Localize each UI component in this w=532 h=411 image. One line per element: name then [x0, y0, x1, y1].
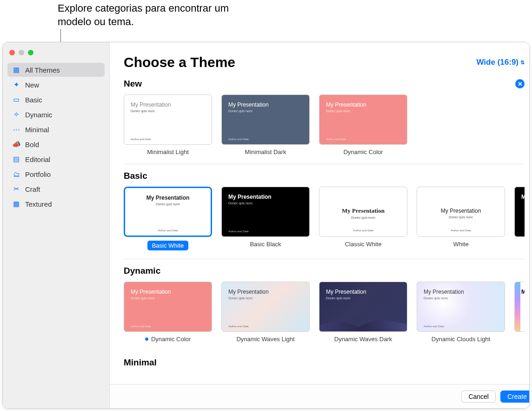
theme-thumbnail: My PresentationDonec quis nunc Author an…: [417, 187, 505, 237]
dynamic-icon: ✧: [12, 110, 20, 119]
sidebar-item-label: Basic: [25, 96, 42, 104]
minimize-window-icon[interactable]: [19, 50, 24, 55]
theme-thumbnail: My PresentationDonec quis nunc Author an…: [124, 282, 212, 332]
main-panel: Choose a Theme Wide (16:9) ⇅ New ✕ My Pr…: [110, 42, 530, 408]
sidebar-item-label: Editorial: [25, 155, 50, 163]
chevron-updown-icon: ⇅: [520, 60, 525, 66]
bold-icon: 📣: [12, 140, 20, 148]
all-themes-icon: ▦: [12, 66, 20, 74]
theme-label-selected: Basic White: [147, 241, 189, 250]
theme-thumbnail: My PresentationDonec quis nunc Author an…: [124, 187, 212, 237]
section-title-basic: Basic: [124, 171, 147, 181]
theme-thumbnail: My PresentationDonec quis nunc Author an…: [221, 187, 310, 237]
create-button[interactable]: Create: [500, 391, 530, 403]
theme-card[interactable]: My PresentationDonec quis nunc Author an…: [319, 282, 407, 343]
sidebar-item-all-themes[interactable]: ▦ All Themes: [7, 63, 105, 77]
sidebar-item-dynamic[interactable]: ✧ Dynamic: [7, 108, 105, 121]
callout-text: Explore categorias para encontrar um mod…: [58, 2, 253, 28]
theme-thumbnail: My PresentationDonec quis nunc Author an…: [417, 282, 505, 332]
theme-chooser-window: ▦ All Themes ✦ New ▭ Basic ✧ Dynamic ⋯ M…: [2, 42, 530, 409]
theme-thumbnail: My PresentationDonec quis nunc Author an…: [221, 282, 310, 332]
theme-card-selected[interactable]: My PresentationDonec quis nunc Author an…: [124, 187, 212, 250]
close-icon: ✕: [518, 81, 523, 88]
zoom-window-icon[interactable]: [28, 50, 33, 55]
theme-label: Minimalist Light: [124, 148, 212, 155]
theme-label: Dynamic Color: [319, 148, 407, 155]
recent-dot-icon: [145, 337, 148, 341]
theme-thumbnail: My PresentationDonec quis nunc Author an…: [319, 282, 407, 332]
aspect-ratio-selector[interactable]: Wide (16:9) ⇅: [476, 58, 525, 67]
window-controls: [3, 47, 109, 61]
sidebar-item-craft[interactable]: ✂ Craft: [7, 182, 105, 196]
theme-card[interactable]: My PresentationDonec quis nunc Author an…: [319, 94, 407, 155]
sidebar-item-bold[interactable]: 📣 Bold: [7, 137, 105, 151]
sidebar-item-label: Portfolio: [25, 170, 51, 178]
theme-card[interactable]: My PresentationDonec quis nunc Author an…: [221, 187, 310, 250]
theme-card[interactable]: My PresentationDonec quis nunc Author an…: [221, 94, 310, 155]
ratio-label: Wide (16:9): [476, 58, 519, 67]
theme-label: Basic Black: [221, 241, 310, 248]
theme-label: Dynamic Waves Light: [221, 336, 310, 343]
sidebar-item-editorial[interactable]: ▤ Editorial: [7, 152, 105, 166]
theme-card[interactable]: My PresentationDonec quis nunc Author an…: [124, 94, 212, 155]
page-title: Choose a Theme: [124, 54, 235, 70]
craft-icon: ✂: [12, 185, 20, 193]
footer-bar: Cancel Create: [110, 384, 530, 408]
theme-label: White: [417, 241, 505, 248]
editorial-icon: ▤: [12, 155, 20, 163]
portfolio-icon: 🗂: [12, 170, 20, 178]
new-icon: ✦: [12, 81, 20, 89]
theme-card[interactable]: My PresentationDonec quis nunc Author an…: [319, 187, 407, 250]
theme-card[interactable]: My PresentationDonec quis nunc Author an…: [417, 282, 505, 343]
basic-icon: ▭: [12, 95, 20, 104]
theme-thumbnail: My Presentation: [514, 187, 525, 237]
textured-icon: ▩: [12, 200, 20, 208]
theme-card[interactable]: My PresentationDonec quis nunc Author an…: [417, 187, 505, 250]
section-title-dynamic: Dynamic: [124, 266, 160, 276]
close-window-icon[interactable]: [9, 50, 15, 55]
dismiss-section-button[interactable]: ✕: [515, 79, 525, 88]
theme-label: Classic White: [319, 241, 407, 248]
sidebar-item-minimal[interactable]: ⋯ Minimal: [7, 122, 105, 136]
theme-label: Minimalist Dark: [221, 148, 310, 155]
sidebar-item-label: Minimal: [25, 126, 49, 134]
sidebar-item-label: New: [25, 81, 39, 89]
theme-thumbnail: My Presentation: [514, 282, 525, 332]
minimal-icon: ⋯: [12, 125, 20, 134]
section-title-new: New: [124, 79, 142, 89]
theme-thumbnail: My PresentationDonec quis nunc Author an…: [319, 94, 407, 145]
theme-thumbnail: My PresentationDonec quis nunc Author an…: [221, 94, 310, 145]
sidebar-item-label: Bold: [25, 141, 39, 148]
theme-label: Dynamic Color: [124, 336, 212, 343]
theme-card[interactable]: My PresentationDonec quis nunc Author an…: [124, 282, 212, 343]
sidebar-item-label: Dynamic: [25, 111, 52, 119]
theme-label: Dynamic Waves Dark: [319, 336, 407, 343]
sidebar-item-label: Textured: [25, 200, 52, 208]
sidebar-item-new[interactable]: ✦ New: [7, 78, 105, 92]
theme-card-partial[interactable]: My Presentation: [514, 187, 525, 250]
theme-thumbnail: My PresentationDonec quis nunc Author an…: [124, 94, 212, 145]
sidebar: ▦ All Themes ✦ New ▭ Basic ✧ Dynamic ⋯ M…: [3, 42, 110, 408]
theme-label: Dynamic Clouds Light: [417, 336, 505, 343]
sidebar-item-label: Craft: [25, 185, 40, 193]
theme-card[interactable]: My PresentationDonec quis nunc Author an…: [221, 282, 310, 343]
section-title-minimal: Minimal: [124, 357, 157, 368]
sidebar-item-textured[interactable]: ▩ Textured: [7, 197, 105, 211]
sidebar-item-portfolio[interactable]: 🗂 Portfolio: [7, 167, 105, 181]
theme-thumbnail: My PresentationDonec quis nunc Author an…: [319, 187, 407, 237]
theme-card-partial[interactable]: My Presentation: [514, 282, 525, 343]
cancel-button[interactable]: Cancel: [461, 391, 496, 403]
sidebar-item-label: All Themes: [25, 66, 60, 74]
sidebar-item-basic[interactable]: ▭ Basic: [7, 93, 105, 107]
